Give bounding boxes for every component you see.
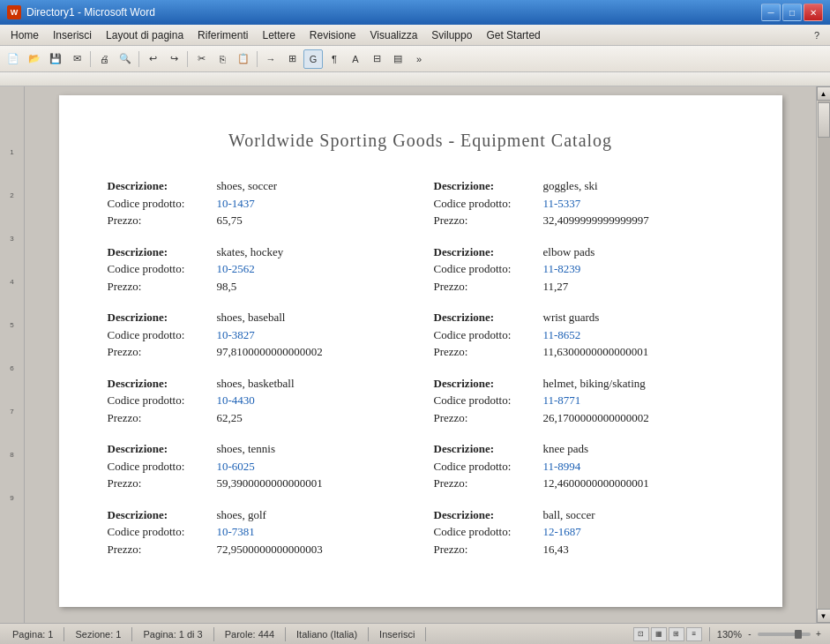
document-page: Worldwide Sporting Goods - Equipment Cat… [59,95,782,607]
entry-left-1: Descrizione: shoes, soccer Codice prodot… [108,177,408,229]
desc-label-r5: Descrizione: [434,440,540,458]
price-value-r5: 12,4600000000000001 [543,475,649,492]
more-btn[interactable]: » [409,49,429,69]
code-value-l6: 10-7381 [217,523,255,541]
toolbar-sep-1 [90,51,91,67]
price-label-r5: Prezzo: [434,475,540,492]
entry-right-1: Descrizione: goggles, ski Codice prodott… [434,177,734,229]
print-button[interactable]: 🖨 [94,49,114,69]
undo-button[interactable]: ↩ [143,49,162,69]
price-value-r2: 11,27 [543,278,569,296]
view-layout[interactable]: ▦ [651,627,667,641]
menu-riferimenti[interactable]: Riferimenti [191,27,255,43]
document-title: Worldwide Sporting Goods - Equipment Cat… [108,131,734,151]
code-value-r1: 11-5337 [543,195,581,213]
desc-label-r2: Descrizione: [434,243,540,261]
entry-right-6: Descrizione: ball, soccer Codice prodott… [434,506,734,558]
open-button[interactable]: 📂 [25,49,44,69]
desc-value-r6: ball, soccer [543,506,595,524]
vertical-scrollbar[interactable]: ▲ ▼ [816,86,830,623]
price-value-r3: 11,6300000000000001 [543,343,649,361]
menu-sviluppo[interactable]: Sviluppo [424,27,479,43]
code-label-l4: Codice prodotto: [108,392,213,409]
menu-lettere[interactable]: Lettere [255,27,302,43]
price-label-r1: Prezzo: [434,212,540,229]
left-margin: 1 2 3 4 5 6 7 8 9 [0,86,25,623]
desc-label-r1: Descrizione: [434,177,540,195]
desc-label-r3: Descrizione: [434,309,540,326]
preview-button[interactable]: 🔍 [116,49,135,69]
view-outline[interactable]: ≡ [686,627,702,641]
redo-button[interactable]: ↪ [164,49,183,69]
view-normal[interactable]: ⊡ [633,627,649,641]
scroll-up-button[interactable]: ▲ [817,86,831,101]
status-page: Pagina: 1 [7,629,58,640]
ruler: 1 2 3 4 5 6 7 8 9 10 11 12 13 14 15 16 1… [0,72,830,86]
price-value-r1: 32,4099999999999997 [543,212,649,229]
price-value-l4: 62,25 [217,409,243,427]
new-button[interactable]: 📄 [4,49,23,69]
table-btn[interactable]: ⊞ [282,49,302,69]
paragraph-btn[interactable]: ¶ [325,49,344,69]
entry-right-5: Descrizione: knee pads Codice prodotto: … [434,440,734,492]
window-controls: ─ □ ✕ [761,4,823,21]
entry-right-2: Descrizione: elbow pads Codice prodotto:… [434,243,734,296]
maximize-button[interactable]: □ [782,4,802,21]
copy-button[interactable]: ⎘ [213,49,232,69]
desc-value-l2: skates, hockey [217,243,284,261]
menu-visualizza[interactable]: Visualizza [363,27,425,43]
zoom-minus[interactable]: - [745,627,754,641]
menu-home[interactable]: Home [4,27,46,43]
arrow-btn[interactable]: → [261,49,280,69]
status-section: Sezione: 1 [70,629,126,640]
cut-button[interactable]: ✂ [191,49,211,69]
document-scroll-area[interactable]: Worldwide Sporting Goods - Equipment Cat… [25,86,816,623]
desc-label-l1: Descrizione: [108,177,213,195]
code-value-r5: 11-8994 [543,458,581,476]
menu-getstarted[interactable]: Get Started [479,27,547,43]
close-button[interactable]: ✕ [804,4,823,21]
save-button[interactable]: 💾 [46,49,65,69]
zoom-slider[interactable] [758,633,811,636]
scroll-down-button[interactable]: ▼ [817,609,831,623]
desc-value-r4: helmet, biking/skating [543,375,646,393]
status-bar: Pagina: 1 Sezione: 1 Pagina: 1 di 3 Paro… [0,623,830,644]
right-column: Descrizione: goggles, ski Codice prodott… [434,177,734,572]
code-label-r4: Codice prodotto: [434,392,540,409]
grammar-btn[interactable]: G [303,49,323,69]
scroll-track[interactable] [818,101,830,609]
toolbar-sep-3 [187,51,188,67]
indent-btn[interactable]: ⊟ [367,49,386,69]
zoom-plus[interactable]: + [814,627,823,641]
catalog-grid: Descrizione: shoes, soccer Codice prodot… [108,177,734,572]
help-button[interactable]: ? [807,26,826,45]
zoom-area: ⊡ ▦ ⊞ ≡ 130% - + [633,627,823,641]
toolbar-sep-2 [138,51,139,67]
email-button[interactable]: ✉ [67,49,86,69]
status-page-of: Pagina: 1 di 3 [138,629,207,640]
window-title: Directory1 - Microsoft Word [26,6,155,19]
code-label-r5: Codice prodotto: [434,458,540,476]
entry-right-4: Descrizione: helmet, biking/skating Codi… [434,375,734,427]
paste-button[interactable]: 📋 [234,49,253,69]
view-web[interactable]: ⊞ [669,627,684,641]
scroll-thumb[interactable] [818,102,830,138]
menu-revisione[interactable]: Revisione [303,27,363,43]
format-btn[interactable]: A [346,49,365,69]
desc-value-l3: shoes, baseball [217,309,286,326]
main-area: 1 2 3 4 5 6 7 8 9 Worldwide Sporting Goo… [0,86,830,623]
minimize-button[interactable]: ─ [761,4,781,21]
desc-value-r1: goggles, ski [543,177,598,195]
desc-label-l2: Descrizione: [108,243,213,261]
menu-inserisci[interactable]: Inserisci [46,27,99,43]
desc-label-r4: Descrizione: [434,375,540,393]
columns-btn[interactable]: ▤ [388,49,408,69]
desc-label-l6: Descrizione: [108,506,213,524]
price-value-r6: 16,43 [543,541,569,558]
status-sep-7 [709,627,710,641]
view-buttons: ⊡ ▦ ⊞ ≡ [633,627,702,641]
desc-value-l6: shoes, golf [217,506,266,524]
menu-layout[interactable]: Layout di pagina [99,27,191,43]
desc-value-l5: shoes, tennis [217,440,275,458]
price-value-l5: 59,3900000000000001 [217,475,323,492]
